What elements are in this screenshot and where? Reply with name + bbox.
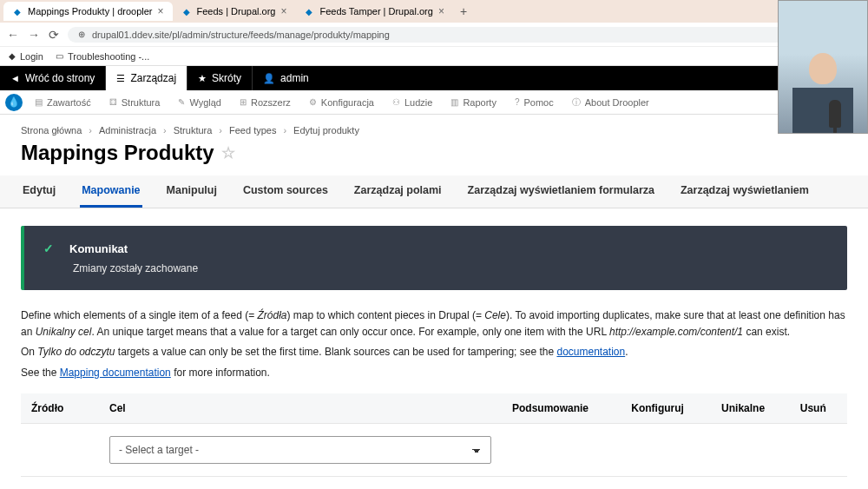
info-icon: ⓘ [572,96,581,109]
browser-tab[interactable]: ◆ Feeds Tamper | Drupal.org × [295,2,452,21]
browser-nav-bar: ← → ⟳ ⊕ drupal01.ddev.site/pl/admin/stru… [0,23,868,47]
col-configure: Konfiguruj [621,393,711,424]
bookmark-label: Login [20,51,43,62]
back-button[interactable]: ← [7,28,19,42]
message-body: Zmiany zostały zachowane [43,262,828,274]
breadcrumb-current: Edytuj produkty [293,125,359,135]
chevron-right-icon: › [89,125,92,135]
manage-button[interactable]: ☰ Zarządzaj [106,66,187,90]
mapping-table: Źródło Cel Podsumowanie Konfiguruj Unika… [21,393,847,477]
table-row: - Select a target - [21,423,847,476]
toolbar-label: Wróć do strony [25,72,95,84]
tab-close-icon[interactable]: × [438,5,444,17]
nav-configuration[interactable]: ⚙Konfiguracja [300,90,384,114]
breadcrumb: Strona główna› Administracja› Struktura›… [21,125,847,135]
tab-manage-display[interactable]: Zarządzaj wyświetlaniem [679,175,811,208]
webcam-overlay [778,0,868,134]
tab-label: Mappings Produkty | droopler [28,6,153,17]
drupal-favicon-icon: ◆ [181,6,192,17]
nav-help[interactable]: ?Pomoc [506,90,563,114]
mapping-documentation-link[interactable]: Mapping documentation [60,367,171,379]
primary-tabs: Edytuj Mapowanie Manipuluj Custom source… [0,175,868,208]
browser-tab[interactable]: ◆ Feeds | Drupal.org × [173,2,296,21]
breadcrumb-link[interactable]: Feed types [229,125,276,135]
drupal-favicon-icon: ◆ [304,6,314,17]
tab-close-icon[interactable]: × [158,5,164,17]
breadcrumb-link[interactable]: Strona główna [21,125,82,135]
target-select[interactable]: - Select a target - [109,436,491,464]
microphone-icon [829,100,841,128]
nav-people[interactable]: ⚇Ludzie [384,90,442,114]
hamburger-icon: ☰ [116,73,125,84]
check-icon: ✓ [43,241,54,255]
toolbar-label: Zarządzaj [130,72,176,84]
table-header-row: Źródło Cel Podsumowanie Konfiguruj Unika… [21,393,847,424]
bookmark-troubleshooting[interactable]: ▭ Troubleshooting -... [56,51,149,62]
reload-button[interactable]: ⟳ [49,28,59,42]
breadcrumb-link[interactable]: Administracja [99,125,156,135]
chevron-right-icon: › [283,125,286,135]
help-icon: ? [515,97,520,107]
appearance-icon: ✎ [178,97,185,107]
nav-extend[interactable]: ⊞Rozszerz [231,90,300,114]
bookmark-label: Troubleshooting -... [68,51,149,62]
tab-mapping[interactable]: Mapowanie [80,175,141,208]
bookmarks-bar: ◆ Login ▭ Troubleshooting -... [0,47,868,66]
admin-secondary-toolbar: 💧 ▤Zawartość ⚃Struktura ✎Wygląd ⊞Rozszer… [0,90,868,115]
drupal-logo-icon[interactable]: 💧 [5,94,23,111]
person-silhouette [792,46,853,133]
structure-icon: ⚃ [109,97,117,107]
bookmark-login[interactable]: ◆ Login [9,51,43,62]
forward-button[interactable]: → [28,28,40,42]
shortcuts-button[interactable]: ★ Skróty [187,66,252,90]
col-remove: Usuń [790,393,847,424]
tab-edit[interactable]: Edytuj [21,175,57,208]
bookmark-favicon-icon: ◆ [9,51,16,61]
help-text: Define which elements of a single item o… [21,307,847,381]
documentation-link[interactable]: documentation [556,346,625,358]
chevron-right-icon: › [219,125,222,135]
nav-structure[interactable]: ⚃Struktura [101,90,170,114]
page-content: Strona główna› Administracja› Struktura›… [0,115,868,489]
reports-icon: ▥ [450,97,458,107]
col-target: Cel [99,393,502,424]
tab-manage-fields[interactable]: Zarządzaj polami [352,175,444,208]
config-icon: ⚙ [309,97,317,107]
nav-content[interactable]: ▤Zawartość [26,90,101,114]
address-bar[interactable]: ⊕ drupal01.ddev.site/pl/admin/structure/… [68,27,861,43]
tab-label: Feeds Tamper | Drupal.org [319,6,432,17]
favorite-star-icon[interactable]: ☆ [221,143,235,162]
nav-appearance[interactable]: ✎Wygląd [169,90,231,114]
url-text: drupal01.ddev.site/pl/admin/structure/fe… [92,30,390,40]
col-unique: Unikalne [711,393,790,424]
tab-custom-sources[interactable]: Custom sources [241,175,330,208]
tab-close-icon[interactable]: × [280,5,286,17]
page-title: Mappings Produkty ☆ [21,141,847,165]
folder-icon: ▭ [56,51,63,61]
nav-reports[interactable]: ▥Raporty [442,90,506,114]
toolbar-label: Skróty [212,72,241,84]
breadcrumb-link[interactable]: Struktura [174,125,213,135]
message-heading: ✓ Komunikat [43,241,828,255]
status-message: ✓ Komunikat Zmiany zostały zachowane [21,226,847,290]
tab-label: Feeds | Drupal.org [197,6,276,17]
col-source: Źródło [21,393,99,424]
arrow-left-icon: ◄ [10,73,20,83]
nav-about-droopler[interactable]: ⓘAbout Droopler [563,90,659,114]
content-icon: ▤ [35,97,43,107]
star-icon: ★ [198,73,207,84]
back-to-site-button[interactable]: ◄ Wróć do strony [0,66,106,90]
tab-manage-form-display[interactable]: Zarządzaj wyświetlaniem formularza [466,175,656,208]
user-icon: 👤 [263,73,275,84]
user-menu-button[interactable]: 👤 admin [252,66,319,90]
browser-tab-active[interactable]: ◆ Mappings Produkty | droopler × [3,2,173,21]
drupal-favicon-icon: ◆ [12,6,23,17]
admin-toolbar: ◄ Wróć do strony ☰ Zarządzaj ★ Skróty 👤 … [0,66,868,90]
new-tab-button[interactable]: + [453,3,474,20]
extend-icon: ⊞ [240,97,247,107]
people-icon: ⚇ [392,97,400,107]
toolbar-label: admin [280,72,309,84]
tab-tamper[interactable]: Manipuluj [165,175,219,208]
chevron-right-icon: › [163,125,167,135]
site-info-icon: ⊕ [78,30,85,39]
